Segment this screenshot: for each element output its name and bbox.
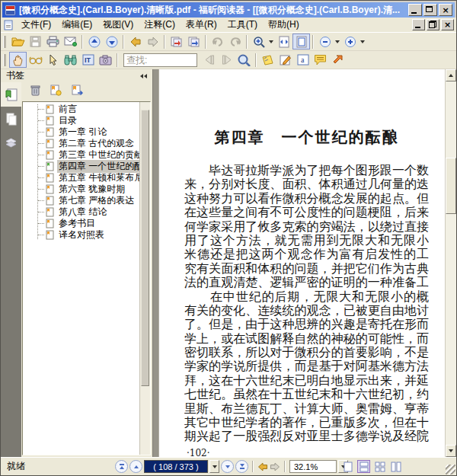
forward-view-icon[interactable]	[270, 462, 280, 471]
email-button[interactable]	[62, 34, 79, 50]
tab-pages[interactable]	[1, 107, 21, 131]
zoom-out-dropdown[interactable]	[334, 34, 341, 50]
bookmark-item[interactable]: 第二章 古代的观念	[23, 138, 150, 149]
back-icon	[129, 37, 142, 47]
continuous-button[interactable]	[357, 460, 370, 473]
bookmark-item[interactable]: 第三章 中世纪的贡献	[23, 149, 150, 161]
maximize-button[interactable]	[423, 4, 437, 16]
page-number-field[interactable]: ( 108 / 373 )	[144, 460, 208, 473]
tab-layers[interactable]	[1, 131, 21, 155]
next-page-button[interactable]	[221, 460, 234, 473]
find-tool-button[interactable]	[62, 52, 79, 68]
single-page-button[interactable]	[341, 460, 354, 473]
print-button[interactable]	[44, 34, 62, 50]
find-input[interactable]	[124, 54, 197, 66]
bookmark-item[interactable]: 第四章 一个世纪的酝酿	[23, 161, 150, 172]
mdi-restore-button[interactable]	[427, 19, 439, 30]
navigation-pane: 书签 前言目录第一章 引论第二章 古代的	[1, 69, 152, 457]
zoom-in-button[interactable]	[341, 34, 359, 50]
mdi-minimize-button[interactable]	[412, 19, 425, 30]
delete-bookmark-button[interactable]	[30, 85, 40, 99]
bookmark-item[interactable]: 前言	[23, 104, 150, 115]
zoom-in-dropdown[interactable]	[359, 34, 366, 50]
hand-tool-button[interactable]	[9, 52, 27, 68]
scroll-down-button[interactable]	[446, 445, 456, 457]
scrollbar-thumb[interactable]	[446, 158, 456, 214]
text-viewer-button[interactable]	[168, 34, 185, 50]
previous-page-button[interactable]	[129, 460, 142, 473]
bookmark-page-icon	[45, 139, 55, 149]
pane-splitter[interactable]	[152, 69, 159, 457]
tab-bookmarks[interactable]	[1, 82, 21, 107]
fit-page-button[interactable]	[292, 34, 310, 50]
menu-help[interactable]: 帮助(H)	[263, 17, 305, 33]
sidebar-title: 书签	[6, 69, 24, 82]
note-comment-button[interactable]	[312, 52, 329, 68]
zoom-tool-dropdown[interactable]	[267, 34, 275, 50]
mdi-close-button[interactable]: ×	[441, 19, 454, 30]
menu-edit[interactable]: 编辑(E)	[56, 17, 97, 33]
undo-button[interactable]	[209, 34, 226, 50]
find-previous-button[interactable]	[200, 52, 218, 68]
find-next-button[interactable]	[218, 52, 235, 68]
minimize-button[interactable]	[408, 4, 422, 16]
sidebar-tabstrip	[1, 82, 21, 457]
scrollbar-thumb[interactable]	[141, 110, 149, 386]
reflow-button[interactable]	[185, 34, 203, 50]
attach-note-button[interactable]	[259, 52, 276, 68]
resize-grip[interactable]	[446, 465, 455, 474]
vertical-scrollbar[interactable]	[445, 69, 456, 457]
drawing-markup-button[interactable]	[329, 52, 347, 68]
next-view-button[interactable]	[144, 34, 161, 50]
snapshot-button[interactable]	[97, 52, 114, 68]
separator	[81, 35, 83, 49]
menu-file[interactable]: 文件(F)	[16, 17, 56, 33]
close-button[interactable]: ×	[439, 4, 452, 16]
menu-form[interactable]: 表单(R)	[181, 17, 222, 33]
previous-page-button[interactable]	[85, 34, 103, 50]
bookmark-item[interactable]: 第八章 结论	[23, 206, 150, 218]
menu-comment[interactable]: 注释(C)	[139, 17, 181, 33]
redo-button[interactable]	[226, 34, 244, 50]
select-annotation-button[interactable]	[44, 52, 62, 68]
menu-view[interactable]: 视图(V)	[97, 17, 139, 33]
text-line: 究有关面积和体积的问题，并把它们作为古典几何穷竭	[184, 262, 429, 276]
save-button[interactable]	[27, 34, 44, 50]
pencil-tool-button[interactable]	[276, 52, 294, 68]
bookmark-item[interactable]: 第一章 引论	[23, 126, 150, 138]
add-bookmark-button[interactable]	[50, 85, 62, 99]
text-viewer-glasses-button[interactable]	[27, 52, 44, 68]
bookmark-item[interactable]: 目录	[23, 115, 150, 126]
typewriter-button[interactable]: a	[294, 52, 312, 68]
previous-view-button[interactable]	[126, 34, 144, 50]
bookmark-item[interactable]: 第七章 严格的表达	[23, 195, 150, 206]
document-icon[interactable]	[4, 20, 14, 30]
expand-bookmark-button[interactable]	[72, 85, 83, 99]
scroll-up-button[interactable]	[446, 69, 456, 81]
collapse-sidebar-button[interactable]	[137, 71, 149, 81]
select-text-button[interactable]: IT	[79, 52, 97, 68]
open-button[interactable]	[9, 34, 27, 50]
pdf-page[interactable]: 第四章 一个世纪的酝酿 毕达哥拉斯学派为了把每个图形跟一个数联系起来，分别对长度…	[159, 69, 446, 457]
bookmark-item[interactable]: 译名对照表	[23, 229, 150, 241]
bookmark-item[interactable]: 第六章 犹豫时期	[23, 184, 150, 195]
zoom-level-field[interactable]: 32.1%	[289, 460, 337, 473]
last-page-button[interactable]	[235, 460, 248, 473]
zoom-out-button[interactable]	[316, 34, 334, 50]
marquee-zoom-button[interactable]	[250, 34, 267, 50]
bookmark-item[interactable]: 第五章 牛顿和莱布尼茨	[23, 172, 150, 184]
continuous-facing-button[interactable]	[389, 460, 402, 473]
menu-tools[interactable]: 工具(T)	[222, 17, 263, 33]
search-button[interactable]	[235, 52, 253, 68]
first-page-button[interactable]	[115, 460, 128, 473]
toolbar-grip[interactable]	[3, 54, 6, 66]
facing-button[interactable]	[373, 460, 386, 473]
bookmark-scrollbar[interactable]	[139, 102, 150, 455]
page-dropdown-button[interactable]	[209, 460, 219, 473]
bookmark-item[interactable]: 参考书目	[23, 218, 150, 229]
fit-width-button[interactable]	[275, 34, 292, 50]
bookmark-label[interactable]: 译名对照表	[57, 228, 106, 241]
next-page-button[interactable]	[103, 34, 120, 50]
toolbar-grip[interactable]	[3, 36, 6, 48]
back-view-icon[interactable]	[257, 462, 268, 471]
